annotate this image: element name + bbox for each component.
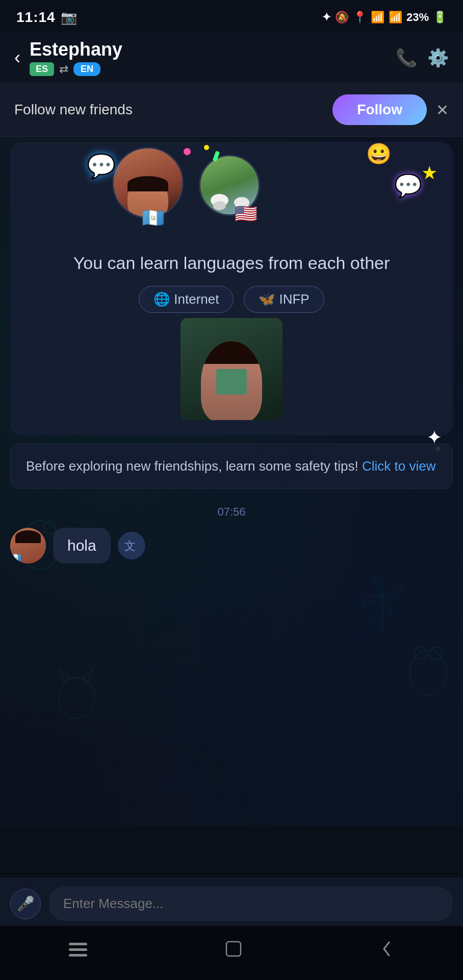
follow-banner-text: Follow new friends	[14, 102, 133, 118]
tag-internet-label: Internet	[174, 291, 219, 307]
follow-banner: Follow new friends Follow ✕	[0, 83, 463, 137]
svg-text:文: 文	[124, 540, 136, 552]
match-learn-text: You can learn languages from each other	[10, 239, 453, 286]
lang-badge-en[interactable]: EN	[73, 62, 100, 76]
chat-message-row: 🇬🇹 hola 文	[0, 523, 463, 569]
chat-bubble: hola	[53, 528, 111, 564]
status-bar: 11:14 📷 ✦ 🔕 📍 📶 📶 23% 🔋	[0, 0, 463, 32]
status-time: 11:14	[16, 9, 56, 26]
avatars-container: 💬	[10, 142, 453, 239]
system-nav	[0, 926, 463, 980]
back-button[interactable]: ‹	[14, 47, 20, 68]
lang-badge-es[interactable]: ES	[30, 62, 54, 76]
safety-text: Before exploring new friendships, learn …	[26, 458, 358, 474]
input-area: 🎤	[0, 878, 463, 929]
safety-link[interactable]: Click to view	[362, 458, 435, 474]
status-left: 11:14 📷	[16, 9, 77, 26]
bluetooth-icon: ✦	[322, 11, 331, 24]
svg-rect-31	[69, 954, 87, 957]
confetti-dot-pink	[184, 148, 191, 155]
silent-icon: 🔕	[335, 11, 349, 24]
battery-icon: 🔋	[433, 11, 447, 24]
match-card: 💬	[10, 142, 453, 435]
contact-name: Estephany	[30, 39, 122, 60]
video-camera-icon: 📷	[61, 10, 77, 26]
signal-icon: 📶	[389, 11, 402, 24]
tag-infp[interactable]: 🦋 INFP	[244, 286, 324, 313]
nav-right: 📞 ⚙️	[396, 47, 449, 68]
confetti-dot-yellow	[204, 145, 209, 150]
profile-photo	[181, 318, 282, 420]
chat-timestamp: 07:56	[0, 497, 463, 523]
tag-internet[interactable]: 🌐 Internet	[139, 286, 234, 313]
yellow-emoji: 😀	[366, 142, 392, 166]
nav-back-button[interactable]	[365, 935, 409, 967]
chat-purple-icon: 💬	[394, 173, 422, 199]
nav-home-button[interactable]	[210, 935, 258, 967]
sender-avatar: 🇬🇹	[10, 528, 46, 564]
guatemala-flag: 🇬🇹	[142, 207, 165, 229]
mic-button[interactable]: 🎤	[10, 889, 41, 919]
nav-title-group: Estephany ES ⇄ EN	[30, 39, 122, 76]
tags-row: 🌐 Internet 🦋 INFP	[10, 286, 453, 313]
message-input[interactable]	[49, 887, 453, 921]
tag-infp-label: INFP	[279, 291, 309, 307]
svg-rect-29	[69, 943, 87, 945]
call-icon[interactable]: 📞	[396, 47, 417, 68]
wifi-icon: 📶	[371, 11, 384, 24]
close-banner-button[interactable]: ✕	[436, 101, 449, 119]
svg-rect-30	[69, 948, 87, 951]
status-right: ✦ 🔕 📍 📶 📶 23% 🔋	[322, 11, 447, 24]
svg-rect-32	[226, 942, 241, 956]
nav-left: ‹ Estephany ES ⇄ EN	[14, 39, 122, 76]
battery-text: 23%	[406, 11, 429, 24]
globe-icon: 🌐	[153, 291, 170, 307]
settings-icon[interactable]: ⚙️	[427, 47, 449, 68]
lang-arrow-icon: ⇄	[59, 63, 68, 76]
star-decoration: ★	[421, 162, 438, 184]
nav-menu-button[interactable]	[54, 936, 102, 966]
follow-banner-right: Follow ✕	[332, 94, 449, 125]
follow-button[interactable]: Follow	[332, 94, 427, 125]
chat-blue-icon: 💬	[87, 152, 116, 180]
sender-flag: 🇬🇹	[10, 552, 21, 564]
chat-photo-card	[10, 318, 453, 420]
butterfly-icon: 🦋	[259, 291, 275, 307]
language-badges: ES ⇄ EN	[30, 62, 122, 76]
safety-banner: Before exploring new friendships, learn …	[10, 444, 453, 489]
chat-area: 💬	[0, 137, 463, 826]
nav-bar: ‹ Estephany ES ⇄ EN 📞 ⚙️	[0, 32, 463, 83]
translate-button[interactable]: 文	[118, 532, 145, 559]
us-flag: 🇺🇸	[235, 203, 258, 225]
location-icon: 📍	[353, 11, 367, 24]
